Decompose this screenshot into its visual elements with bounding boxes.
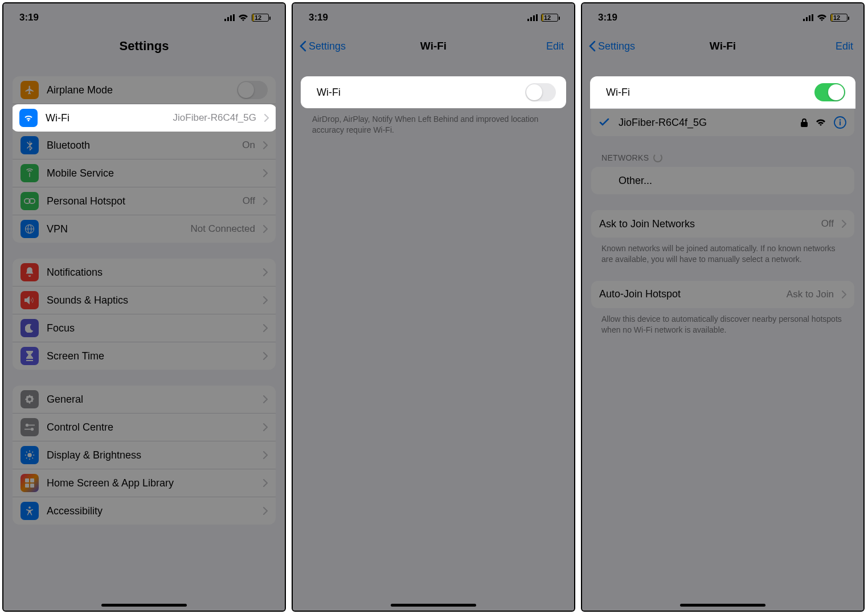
home-indicator[interactable] bbox=[101, 604, 187, 607]
row-vpn[interactable]: VPN Not Connected bbox=[13, 215, 276, 243]
auto-join-hotspot-row[interactable]: Auto-Join Hotspot Ask to Join bbox=[591, 281, 854, 308]
chevron-right-icon bbox=[263, 141, 268, 149]
row-sounds-haptics[interactable]: Sounds & Haptics bbox=[13, 286, 276, 314]
auto-hotspot-footer: Allow this device to automatically disco… bbox=[591, 308, 854, 335]
chevron-right-icon bbox=[264, 114, 269, 122]
sun-icon bbox=[21, 446, 39, 464]
svg-rect-3 bbox=[233, 14, 235, 21]
svg-rect-18 bbox=[527, 19, 529, 21]
back-button[interactable]: Settings bbox=[300, 40, 346, 52]
svg-rect-16 bbox=[30, 484, 34, 488]
svg-rect-20 bbox=[533, 15, 535, 21]
row-label: Wi-Fi bbox=[311, 87, 517, 99]
nav-bar: Settings bbox=[3, 32, 285, 60]
svg-rect-19 bbox=[530, 17, 532, 21]
edit-button[interactable]: Edit bbox=[546, 40, 564, 52]
row-notifications[interactable]: Notifications bbox=[13, 259, 276, 286]
edit-button[interactable]: Edit bbox=[836, 40, 853, 52]
row-personal-hotspot[interactable]: Personal Hotspot Off bbox=[13, 187, 276, 215]
row-label: Other... bbox=[619, 175, 846, 187]
back-label: Settings bbox=[598, 40, 635, 52]
wifi-toggle-row[interactable]: Wi-Fi bbox=[301, 76, 566, 108]
svg-point-12 bbox=[27, 453, 32, 457]
row-label: Bluetooth bbox=[47, 140, 234, 152]
chevron-right-icon bbox=[263, 423, 268, 431]
row-general[interactable]: General bbox=[13, 386, 276, 414]
back-button[interactable]: Settings bbox=[589, 40, 635, 52]
row-label: Control Centre bbox=[47, 421, 255, 433]
airplane-toggle[interactable] bbox=[237, 81, 268, 99]
svg-rect-11 bbox=[24, 429, 31, 430]
page-title: Wi-Fi bbox=[420, 40, 447, 52]
chevron-right-icon bbox=[263, 479, 268, 487]
airplane-icon bbox=[21, 81, 39, 99]
battery-icon: 12 bbox=[541, 14, 558, 22]
row-label: Mobile Service bbox=[47, 167, 255, 179]
network-name: JioFiber-R6C4f_5G bbox=[619, 117, 793, 129]
wifi-toggle-row-highlight: Wi-Fi bbox=[590, 76, 855, 109]
chevron-right-icon bbox=[263, 507, 268, 515]
svg-point-17 bbox=[28, 506, 31, 509]
svg-rect-14 bbox=[30, 478, 34, 482]
wifi-toggle-row[interactable]: Wi-Fi bbox=[590, 76, 855, 109]
settings-group-1: Airplane Mode Wi-Fi JioFiber-R6C4f_5G Bl… bbox=[13, 76, 276, 243]
wifi-signal-icon bbox=[816, 119, 826, 126]
row-control-centre[interactable]: Control Centre bbox=[13, 414, 276, 441]
row-bluetooth[interactable]: Bluetooth On bbox=[13, 132, 276, 159]
connected-network-row[interactable]: JioFiber-R6C4f_5G bbox=[591, 109, 854, 136]
wifi-status-icon bbox=[817, 14, 827, 22]
nav-bar: Settings Wi-Fi Edit bbox=[293, 32, 574, 60]
battery-icon: 12 bbox=[830, 14, 847, 22]
wifi-toggle[interactable] bbox=[814, 83, 845, 101]
chevron-right-icon bbox=[263, 225, 268, 233]
screen-wifi-off: 3:19 12 Settings Wi-Fi Edit Wi-Fi AirDro… bbox=[292, 2, 575, 612]
row-screen-time[interactable]: Screen Time bbox=[13, 342, 276, 370]
row-label: Auto-Join Hotspot bbox=[599, 288, 779, 300]
ask-to-join-row[interactable]: Ask to Join Networks Off bbox=[591, 210, 854, 238]
status-bar: 3:19 12 bbox=[582, 3, 863, 32]
battery-icon: 12 bbox=[252, 14, 269, 22]
row-label: Accessibility bbox=[47, 505, 255, 517]
networks-header-text: NETWORKS bbox=[601, 153, 649, 162]
cellular-icon bbox=[527, 14, 538, 21]
row-label: Ask to Join Networks bbox=[599, 218, 813, 230]
row-label: Screen Time bbox=[47, 350, 255, 362]
nav-bar: Settings Wi-Fi Edit bbox=[582, 32, 863, 60]
svg-rect-21 bbox=[536, 14, 538, 21]
back-label: Settings bbox=[309, 40, 346, 52]
wifi-off-footer: AirDrop, AirPlay, Notify When Left Behin… bbox=[302, 108, 565, 136]
chevron-right-icon bbox=[263, 395, 268, 403]
wifi-status-icon bbox=[238, 14, 248, 22]
gear-icon bbox=[21, 390, 39, 408]
wifi-toggle-row-highlight: Wi-Fi bbox=[301, 76, 566, 108]
svg-rect-22 bbox=[803, 19, 805, 21]
ask-join-footer: Known networks will be joined automatica… bbox=[591, 238, 854, 265]
status-time: 3:19 bbox=[309, 12, 328, 23]
antenna-icon bbox=[21, 164, 39, 182]
other-network-row[interactable]: Other... bbox=[591, 167, 854, 194]
row-wifi[interactable]: Wi-Fi JioFiber-R6C4f_5G bbox=[13, 104, 276, 132]
checkmark-icon bbox=[599, 118, 611, 126]
hourglass-icon bbox=[21, 347, 39, 365]
home-indicator[interactable] bbox=[680, 604, 765, 607]
svg-rect-29 bbox=[840, 121, 841, 125]
row-label: Sounds & Haptics bbox=[47, 294, 255, 306]
sliders-icon bbox=[21, 418, 39, 436]
chevron-right-icon bbox=[842, 290, 846, 298]
chevron-right-icon bbox=[263, 296, 268, 304]
svg-rect-13 bbox=[25, 478, 29, 482]
row-airplane-mode[interactable]: Airplane Mode bbox=[13, 76, 276, 104]
wifi-icon bbox=[19, 109, 38, 127]
row-display-brightness[interactable]: Display & Brightness bbox=[13, 441, 276, 469]
svg-rect-1 bbox=[227, 17, 229, 21]
home-indicator[interactable] bbox=[391, 604, 476, 607]
info-icon[interactable] bbox=[834, 116, 846, 129]
row-home-screen[interactable]: Home Screen & App Library bbox=[13, 469, 276, 497]
row-mobile-service[interactable]: Mobile Service bbox=[13, 159, 276, 187]
row-value: Off bbox=[243, 195, 255, 207]
row-value: JioFiber-R6C4f_5G bbox=[173, 112, 256, 124]
row-accessibility[interactable]: Accessibility bbox=[13, 497, 276, 525]
row-label: Personal Hotspot bbox=[47, 195, 235, 207]
wifi-toggle[interactable] bbox=[525, 83, 556, 101]
row-focus[interactable]: Focus bbox=[13, 314, 276, 342]
